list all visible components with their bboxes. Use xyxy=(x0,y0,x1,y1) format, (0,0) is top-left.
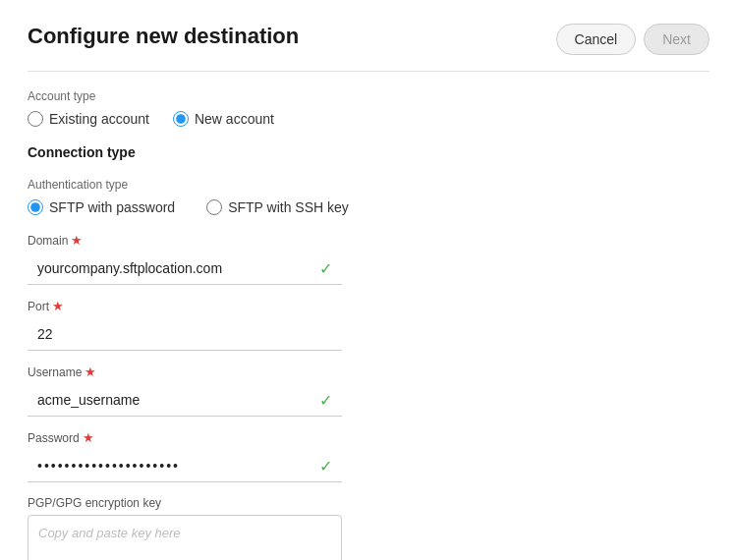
domain-input[interactable] xyxy=(28,252,342,285)
username-check-icon: ✓ xyxy=(319,391,332,410)
domain-check-icon: ✓ xyxy=(319,259,332,278)
password-field-wrapper: ✓ xyxy=(28,450,709,482)
username-field-group: Username ★ ✓ xyxy=(28,364,709,417)
password-field-label: Password ★ xyxy=(28,430,709,445)
domain-field-group: Domain ★ ✓ xyxy=(28,233,709,285)
port-input[interactable] xyxy=(28,318,342,351)
cancel-button[interactable]: Cancel xyxy=(556,24,637,55)
radio-new-account[interactable]: New account xyxy=(173,111,274,127)
domain-field-wrapper: ✓ xyxy=(28,252,709,285)
auth-type-radio-group: SFTP with password SFTP with SSH key xyxy=(28,199,709,215)
password-input[interactable] xyxy=(28,450,342,482)
radio-sftp-password[interactable]: SFTP with password xyxy=(28,199,175,215)
radio-new-input[interactable] xyxy=(173,111,189,127)
radio-existing-label[interactable]: Existing account xyxy=(49,111,149,127)
password-check-icon: ✓ xyxy=(319,457,332,476)
auth-type-section: Authentication type SFTP with password S… xyxy=(28,178,709,215)
radio-existing-input[interactable] xyxy=(28,111,43,127)
username-input[interactable] xyxy=(28,384,342,417)
account-type-section: Account type Existing account New accoun… xyxy=(28,89,709,127)
pgp-key-textarea[interactable] xyxy=(28,515,342,560)
account-type-label: Account type xyxy=(28,89,709,103)
radio-sftp-ssh-label[interactable]: SFTP with SSH key xyxy=(228,199,349,215)
account-type-radio-group: Existing account New account xyxy=(28,111,709,127)
header-buttons: Cancel Next xyxy=(556,24,709,55)
header: Configure new destination Cancel Next xyxy=(28,24,709,55)
radio-sftp-ssh-input[interactable] xyxy=(206,199,222,215)
password-required-star: ★ xyxy=(83,430,94,445)
radio-existing-account[interactable]: Existing account xyxy=(28,111,149,127)
radio-new-label[interactable]: New account xyxy=(195,111,274,127)
next-button: Next xyxy=(644,24,709,55)
page-container: Configure new destination Cancel Next Ac… xyxy=(0,0,737,560)
username-required-star: ★ xyxy=(85,364,96,379)
username-field-label: Username ★ xyxy=(28,364,709,379)
domain-required-star: ★ xyxy=(71,233,83,248)
password-field-group: Password ★ ✓ xyxy=(28,430,709,482)
port-field-group: Port ★ xyxy=(28,299,709,351)
domain-field-label: Domain ★ xyxy=(28,233,709,248)
radio-sftp-password-label[interactable]: SFTP with password xyxy=(49,199,175,215)
header-divider xyxy=(28,71,709,72)
radio-sftp-ssh[interactable]: SFTP with SSH key xyxy=(206,199,349,215)
port-required-star: ★ xyxy=(52,299,64,313)
port-field-wrapper xyxy=(28,318,709,351)
port-field-label: Port ★ xyxy=(28,299,709,313)
username-field-wrapper: ✓ xyxy=(28,384,709,417)
radio-sftp-password-input[interactable] xyxy=(28,199,43,215)
page-title: Configure new destination xyxy=(28,24,299,49)
pgp-key-field-group: PGP/GPG encryption key xyxy=(28,496,709,560)
pgp-key-field-label: PGP/GPG encryption key xyxy=(28,496,709,510)
auth-type-label: Authentication type xyxy=(28,178,709,192)
connection-type-label: Connection type xyxy=(28,144,709,160)
